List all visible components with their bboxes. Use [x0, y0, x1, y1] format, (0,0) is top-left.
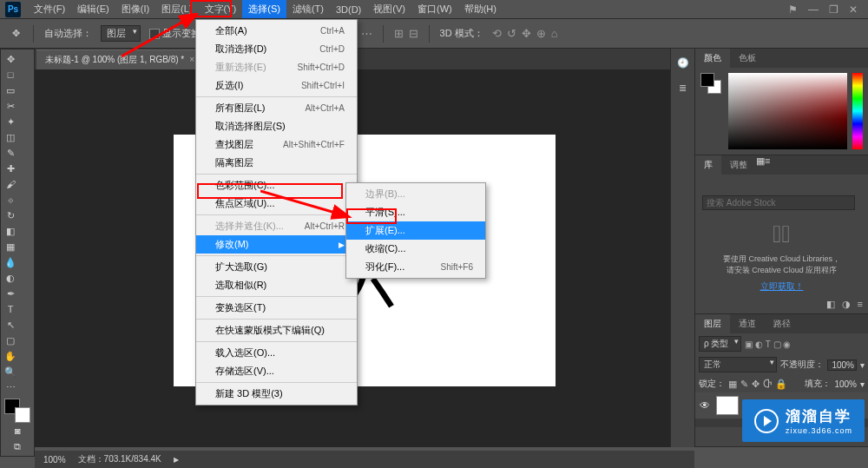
menu-select[interactable]: 选择(S) — [242, 0, 286, 18]
arrange-icons[interactable]: ⊞⊟ — [394, 27, 418, 40]
menu-item-modify[interactable]: 修改(M)▶ — [196, 235, 357, 254]
history-brush-tool[interactable]: ↻ — [3, 208, 18, 223]
crop-tool[interactable]: ◫ — [3, 129, 18, 145]
document-tab[interactable]: 未标题-1 @ 100% (图层 1, RGB/8) * × — [36, 49, 203, 69]
submenu-contract[interactable]: 收缩(C)... — [346, 240, 485, 258]
edit-toolbar[interactable]: ⋯ — [3, 379, 18, 395]
panel-swatches[interactable] — [700, 73, 723, 149]
menu-filter[interactable]: 滤镜(T) — [286, 0, 330, 18]
visibility-icon[interactable]: 👁 — [699, 399, 711, 412]
panel-icon-a[interactable]: ◧ — [826, 299, 835, 310]
tab-libraries[interactable]: 库 — [695, 155, 721, 175]
history-panel-icon[interactable]: 🕘 — [677, 57, 689, 69]
menu-image[interactable]: 图像(I) — [115, 0, 155, 18]
quick-select-tool[interactable]: ✦ — [3, 114, 18, 129]
lasso-tool[interactable]: ✂ — [3, 98, 18, 114]
notification-icon[interactable]: ⚑ — [788, 3, 798, 16]
stock-search-input[interactable] — [702, 195, 855, 210]
list-view-icon[interactable]: ▦ — [756, 155, 765, 166]
properties-panel-icon[interactable]: ≣ — [679, 82, 687, 94]
submenu-expand[interactable]: 扩展(E)... — [346, 221, 485, 240]
menu-type[interactable]: 文字(Y) — [199, 0, 243, 18]
layer-thumb[interactable] — [716, 396, 739, 415]
menu-item-new-3d[interactable]: 新建 3D 模型(3) — [196, 385, 357, 403]
path-select-tool[interactable]: ↖ — [3, 317, 18, 333]
stamp-tool[interactable]: ⟐ — [3, 192, 18, 208]
show-transform-checkbox[interactable] — [149, 29, 160, 39]
tab-adjustments[interactable]: 调整 — [721, 155, 756, 175]
menu-item-deselect-layers[interactable]: 取消选择图层(S) — [196, 117, 357, 135]
submenu-smooth[interactable]: 平滑(S)... — [346, 203, 485, 221]
menu-item-inverse[interactable]: 反选(I)Shift+Ctrl+I — [196, 76, 357, 95]
menu-item-deselect[interactable]: 取消选择(D)Ctrl+D — [196, 40, 357, 58]
lock-position-icon[interactable]: ✎ — [740, 379, 748, 390]
healing-tool[interactable]: ✚ — [3, 161, 18, 176]
menu-edit[interactable]: 编辑(E) — [71, 0, 115, 18]
tab-color[interactable]: 颜色 — [695, 49, 730, 68]
menu-item-all-layers[interactable]: 所有图层(L)Alt+Ctrl+A — [196, 99, 357, 117]
filter-kind-dropdown[interactable]: ρ 类型 — [699, 336, 741, 352]
shape-tool[interactable]: ▢ — [3, 333, 18, 348]
lock-nesting-icon[interactable]: Ⴇ — [763, 379, 772, 390]
menu-help[interactable]: 帮助(H) — [458, 0, 503, 18]
tab-layers[interactable]: 图层 — [695, 314, 730, 333]
pen-tool[interactable]: ✒ — [3, 286, 18, 301]
tab-channels[interactable]: 通道 — [730, 314, 765, 333]
blur-tool[interactable]: 💧 — [3, 254, 18, 270]
tab-swatches[interactable]: 色板 — [730, 49, 765, 68]
menu-item-find-layers[interactable]: 查找图层Alt+Shift+Ctrl+F — [196, 135, 357, 154]
menu-item-similar[interactable]: 选取相似(R) — [196, 276, 357, 294]
menu-layer[interactable]: 图层(L) — [155, 0, 198, 18]
zoom-tool[interactable]: 🔍 — [3, 364, 18, 379]
close-tab-icon[interactable]: × — [189, 55, 194, 64]
restore-button[interactable]: ❐ — [829, 3, 838, 16]
brush-tool[interactable]: 🖌 — [3, 176, 18, 192]
doc-info-menu-icon[interactable]: ▶ — [174, 456, 179, 464]
fill-value[interactable]: 100% — [834, 379, 857, 389]
menu-item-save-selection[interactable]: 存储选区(V)... — [196, 362, 357, 380]
zoom-level[interactable]: 100% — [43, 455, 66, 465]
menu-item-isolate-layers[interactable]: 隔离图层 — [196, 154, 357, 172]
panel-icon-b[interactable]: ◑ — [842, 299, 851, 310]
color-picker[interactable] — [728, 73, 847, 149]
color-swatches[interactable] — [3, 399, 32, 423]
lock-artboard-icon[interactable]: ✥ — [752, 379, 760, 390]
menu-item-grow[interactable]: 扩大选取(G) — [196, 258, 357, 276]
hand-tool[interactable]: ✋ — [3, 348, 18, 364]
blend-mode-dropdown[interactable]: 正常 — [699, 357, 777, 372]
menu-file[interactable]: 文件(F) — [28, 0, 71, 18]
eraser-tool[interactable]: ◧ — [3, 223, 18, 239]
doc-info[interactable]: 文档：703.1K/834.4K — [78, 453, 161, 465]
hue-slider[interactable] — [852, 73, 863, 149]
grid-view-icon[interactable]: ≡ — [765, 155, 770, 166]
gradient-tool[interactable]: ▦ — [3, 239, 18, 254]
type-tool[interactable]: T — [3, 301, 18, 317]
menu-item-focus-area[interactable]: 焦点区域(U)... — [196, 194, 357, 213]
menu-item-quickmask[interactable]: 在快速蒙版模式下编辑(Q) — [196, 321, 357, 339]
panel-icon-c[interactable]: ≡ — [858, 299, 863, 310]
opacity-value[interactable]: 100% — [827, 359, 857, 371]
3d-mode-icons[interactable]: ⟲↺✥⊕⌂ — [492, 27, 558, 40]
menu-item-all[interactable]: 全部(A)Ctrl+A — [196, 22, 357, 40]
move-tool[interactable]: ✥ — [3, 51, 18, 67]
menu-item-transform-selection[interactable]: 变换选区(T) — [196, 299, 357, 317]
close-button[interactable]: ✕ — [849, 3, 858, 16]
auto-select-dropdown[interactable]: 图层 — [101, 25, 141, 42]
menu-item-load-selection[interactable]: 载入选区(O)... — [196, 344, 357, 362]
menu-3d[interactable]: 3D(D) — [330, 2, 367, 17]
artboard-tool[interactable]: □ — [3, 67, 18, 82]
filter-icons[interactable]: ▣ ◐ T ▢ ◉ — [745, 339, 791, 349]
quickmask-tool[interactable]: ◙ — [3, 423, 32, 438]
minimize-button[interactable]: — — [808, 3, 819, 16]
lock-pixels-icon[interactable]: ▦ — [728, 379, 737, 390]
libraries-get-link[interactable]: 立即获取！ — [760, 280, 804, 293]
submenu-feather[interactable]: 羽化(F)...Shift+F6 — [346, 258, 485, 276]
menu-window[interactable]: 窗口(W) — [411, 0, 458, 18]
menu-view[interactable]: 视图(V) — [367, 0, 411, 18]
tab-paths[interactable]: 路径 — [765, 314, 799, 333]
menu-item-color-range[interactable]: 色彩范围(C)... — [196, 176, 357, 194]
dodge-tool[interactable]: ◐ — [3, 270, 18, 286]
lock-all-icon[interactable]: 🔒 — [775, 379, 787, 390]
screenmode-tool[interactable]: ⧉ — [3, 438, 32, 454]
marquee-tool[interactable]: ▭ — [3, 82, 18, 98]
